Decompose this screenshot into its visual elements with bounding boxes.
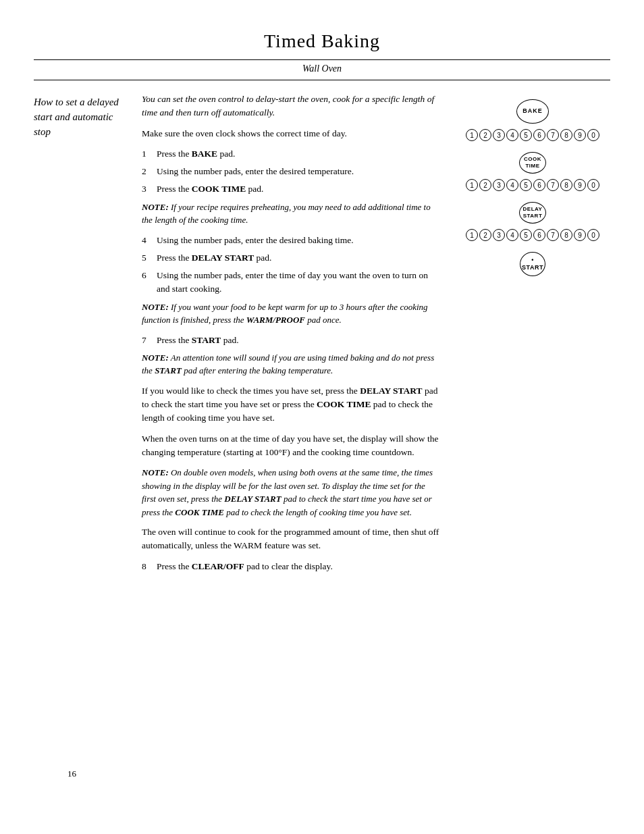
note-4: NOTE: On double oven models, when using …: [142, 466, 441, 519]
ct-num-0[interactable]: 0: [587, 179, 599, 191]
step-5-num: 5: [142, 251, 157, 265]
step-7-text: Press the START pad.: [157, 334, 441, 347]
intro-line1: You can set the oven control to delay-st…: [142, 93, 441, 120]
start-row: •START: [520, 252, 545, 282]
step-1: 1 Press the BAKE pad.: [142, 147, 441, 161]
step-1-text: Press the BAKE pad.: [157, 147, 441, 161]
step-6-text: Using the number pads, enter the time of…: [157, 269, 441, 296]
ds-num-0[interactable]: 0: [587, 229, 599, 241]
ds-num-4[interactable]: 4: [506, 229, 518, 241]
step-1-num: 1: [142, 147, 157, 161]
page-number: 16: [68, 767, 76, 781]
step-2: 2 Using the number pads, enter the desir…: [142, 165, 441, 178]
num-9[interactable]: 9: [574, 129, 586, 141]
step-8-text: Press the CLEAR/OFF pad to clear the dis…: [157, 560, 441, 573]
note-1: NOTE: If your recipe requires preheating…: [142, 201, 441, 227]
bake-button[interactable]: BAKE: [516, 99, 549, 124]
num-8[interactable]: 8: [560, 129, 572, 141]
ds-num-3[interactable]: 3: [493, 229, 505, 241]
ct-num-9[interactable]: 9: [574, 179, 586, 191]
note-3: NOTE: An attention tone will sound if yo…: [142, 351, 441, 377]
step-2-num: 2: [142, 165, 157, 178]
bake-number-row: 1 2 3 4 5 6 7 8 9 0: [466, 129, 599, 141]
ds-num-6[interactable]: 6: [533, 229, 545, 241]
num-7[interactable]: 7: [547, 129, 559, 141]
step-5-text: Press the DELAY START pad.: [157, 251, 441, 265]
step-3-text: Press the COOK TIME pad.: [157, 182, 441, 196]
header-divider: [34, 59, 610, 60]
num-3[interactable]: 3: [493, 129, 505, 141]
num-0[interactable]: 0: [587, 129, 599, 141]
step-4-text: Using the number pads, enter the desired…: [157, 234, 441, 247]
page-title: Timed Baking: [34, 27, 610, 55]
paragraph-2: When the oven turns on at the time of da…: [142, 432, 441, 460]
ct-num-2[interactable]: 2: [479, 179, 491, 191]
step-3: 3 Press the COOK TIME pad.: [142, 182, 441, 196]
subtitle: Wall Oven: [34, 61, 610, 76]
step-4: 4 Using the number pads, enter the desir…: [142, 234, 441, 247]
num-6[interactable]: 6: [533, 129, 545, 141]
middle-content: You can set the oven control to delay-st…: [142, 93, 455, 577]
step-3-num: 3: [142, 182, 157, 196]
paragraph-3: The oven will continue to cook for the p…: [142, 525, 441, 553]
right-diagram: BAKE 1 2 3 4 5 6 7 8 9 0 COOKTIME: [455, 93, 610, 577]
step-6-num: 6: [142, 269, 157, 296]
step-8-num: 8: [142, 560, 157, 573]
ct-num-4[interactable]: 4: [506, 179, 518, 191]
cook-time-row: COOKTIME 1 2 3 4 5 6 7 8 9 0: [466, 152, 599, 198]
ct-num-3[interactable]: 3: [493, 179, 505, 191]
ds-num-5[interactable]: 5: [520, 229, 532, 241]
ct-num-8[interactable]: 8: [560, 179, 572, 191]
cook-time-button[interactable]: COOKTIME: [519, 152, 546, 174]
left-sidebar: How to set a delayed start and automatic…: [34, 93, 142, 577]
num-1[interactable]: 1: [466, 129, 478, 141]
step-8: 8 Press the CLEAR/OFF pad to clear the d…: [142, 560, 441, 573]
start-button[interactable]: •START: [520, 252, 545, 276]
ds-num-9[interactable]: 9: [574, 229, 586, 241]
content-divider: [34, 80, 610, 80]
num-2[interactable]: 2: [479, 129, 491, 141]
step-6: 6 Using the number pads, enter the time …: [142, 269, 441, 296]
note-2: NOTE: If you want your food to be kept w…: [142, 301, 441, 327]
cook-time-number-row: 1 2 3 4 5 6 7 8 9 0: [466, 179, 599, 191]
ds-num-2[interactable]: 2: [479, 229, 491, 241]
ds-num-1[interactable]: 1: [466, 229, 478, 241]
bake-row: BAKE 1 2 3 4 5 6 7 8 9 0: [466, 99, 599, 148]
step-7-num: 7: [142, 334, 157, 347]
step-2-text: Using the number pads, enter the desired…: [157, 165, 441, 178]
ct-num-5[interactable]: 5: [520, 179, 532, 191]
paragraph-1: If you would like to check the times you…: [142, 384, 441, 425]
intro-line2: Make sure the oven clock shows the corre…: [142, 127, 441, 140]
ds-num-8[interactable]: 8: [560, 229, 572, 241]
ct-num-1[interactable]: 1: [466, 179, 478, 191]
ct-num-7[interactable]: 7: [547, 179, 559, 191]
num-4[interactable]: 4: [506, 129, 518, 141]
step-5: 5 Press the DELAY START pad.: [142, 251, 441, 265]
delay-start-row: DELAYSTART 1 2 3 4 5 6 7 8 9 0: [466, 202, 599, 248]
delay-start-button[interactable]: DELAYSTART: [519, 202, 546, 224]
ct-num-6[interactable]: 6: [533, 179, 545, 191]
sidebar-heading: How to set a delayed start and automatic…: [34, 95, 128, 139]
ds-num-7[interactable]: 7: [547, 229, 559, 241]
delay-start-number-row: 1 2 3 4 5 6 7 8 9 0: [466, 229, 599, 241]
step-4-num: 4: [142, 234, 157, 247]
step-7: 7 Press the START pad.: [142, 334, 441, 347]
num-5[interactable]: 5: [520, 129, 532, 141]
